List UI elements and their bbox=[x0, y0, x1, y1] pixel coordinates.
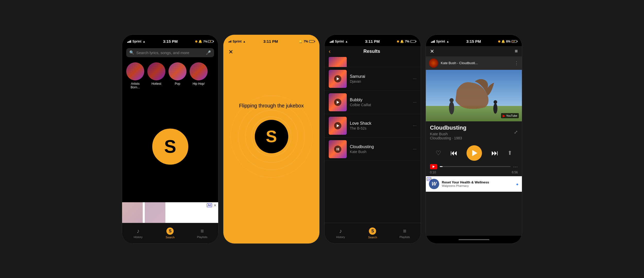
play-overlay-2 bbox=[334, 122, 341, 129]
screen3-status-bar: Sprint ▲ 3:11 PM 🔔 7% bbox=[325, 35, 421, 46]
bottom-nav-3: ♪ History S Search ≡ Playlists bbox=[325, 223, 421, 243]
menu-icon[interactable]: ≡ bbox=[515, 48, 518, 54]
result-more-0[interactable]: ··· bbox=[413, 76, 417, 81]
screen3-wifi-icon: ▲ bbox=[345, 40, 348, 43]
search-label-3: Search bbox=[368, 236, 377, 239]
result-item-0[interactable]: Samurai Djavan ··· bbox=[325, 67, 421, 91]
yt-text: YouTube bbox=[506, 114, 517, 117]
progress-fill bbox=[440, 166, 443, 167]
jukebox-close-btn[interactable]: ✕ bbox=[228, 49, 233, 55]
jukebox-text-container: Flipping through the jukebox bbox=[223, 103, 319, 109]
screen4-signal-bars bbox=[431, 40, 435, 43]
history-icon-3: ♪ bbox=[339, 228, 342, 234]
nav-playlists-3[interactable]: ≡ Playlists bbox=[389, 223, 421, 243]
expand-icon[interactable]: ⤢ bbox=[514, 129, 518, 135]
song-artist: Kate Bush bbox=[430, 132, 514, 136]
result-item-1[interactable]: Bubbly Colbie Caillat ··· bbox=[325, 91, 421, 114]
screen3-bell: 🔔 bbox=[400, 40, 404, 43]
soundhound-logo[interactable]: S bbox=[152, 129, 188, 165]
screen4-status-right: 🔔 6% ⚡ bbox=[498, 40, 517, 43]
nav-history-1[interactable]: ♪ History bbox=[122, 223, 154, 243]
screen3-time: 3:11 PM bbox=[365, 39, 380, 44]
ad-badge-2: Ad bbox=[427, 177, 431, 181]
screen3-content: ‹ Results Samurai Djavan ··· bbox=[325, 46, 421, 243]
share-button[interactable]: ⬆ bbox=[507, 150, 512, 156]
nav-playlists-1[interactable]: ≡ Playlists bbox=[186, 223, 218, 243]
result-more-2[interactable]: ··· bbox=[413, 123, 417, 128]
mini-more[interactable]: ⋮ bbox=[514, 60, 519, 66]
main-logo-area[interactable]: S bbox=[122, 91, 218, 202]
more-options-icon[interactable]: ⋯ bbox=[513, 164, 518, 170]
yt-play-icon bbox=[433, 165, 435, 168]
result-artist-0: Djavan bbox=[350, 79, 410, 83]
ad-image-left bbox=[122, 202, 143, 223]
signal-bars bbox=[127, 40, 131, 43]
svg-point-4 bbox=[493, 103, 497, 114]
category-hiphop[interactable]: Hip Hop/ bbox=[190, 62, 208, 89]
result-thumb-1 bbox=[329, 93, 347, 111]
play-triangle-2 bbox=[337, 124, 339, 127]
screen2-time: 3:11 PM bbox=[263, 39, 278, 44]
category-artists-born[interactable]: Artists Born... bbox=[126, 62, 144, 89]
s-icon: S bbox=[169, 229, 172, 233]
result-thumb-0 bbox=[329, 70, 347, 88]
result-artist-3: Kate Bush bbox=[350, 150, 410, 154]
skip-prev-button[interactable]: ⏮ bbox=[450, 149, 457, 157]
screen2-bell: 🔔 bbox=[299, 40, 303, 43]
nav-history-3[interactable]: ♪ History bbox=[325, 223, 357, 243]
category-label-1: Hottest bbox=[151, 82, 161, 86]
soundhound-center-logo[interactable]: S bbox=[255, 120, 288, 153]
screen4-orange-dot bbox=[498, 40, 500, 43]
song-info: Cloudbusting Kate Bush Cloudbusting · 19… bbox=[426, 121, 522, 142]
search-bar[interactable]: 🔍 Search lyrics, songs, and more 🎤 bbox=[126, 48, 214, 57]
category-pop[interactable]: Pop bbox=[168, 62, 187, 89]
screen2-status-bar: Sprint ▲ 3:11 PM 🔔 7% bbox=[223, 35, 319, 46]
walgreens-ad-banner[interactable]: Ad W Reset Your Health & Wellness Walgre… bbox=[426, 176, 522, 192]
play-pause-button[interactable] bbox=[467, 145, 482, 161]
heart-button[interactable]: ♡ bbox=[436, 149, 441, 157]
result-more-3[interactable]: ··· bbox=[413, 146, 417, 152]
skip-next-button[interactable]: ⏭ bbox=[491, 149, 498, 157]
svg-point-5 bbox=[494, 100, 497, 104]
remaining-space bbox=[426, 192, 522, 236]
soundhound-s-orange: S bbox=[266, 128, 277, 145]
categories-row: Artists Born... Hottest Pop Hip Hop/ bbox=[122, 60, 218, 91]
svg-point-2 bbox=[449, 102, 454, 114]
screen1-content: 🔍 Search lyrics, songs, and more 🎤 Artis… bbox=[122, 46, 218, 243]
wifi-icon: ▲ bbox=[143, 40, 146, 43]
result-info-3: Cloudbusting Kate Bush bbox=[350, 145, 410, 154]
pause-bar-2 bbox=[338, 148, 339, 150]
play-triangle-1 bbox=[337, 101, 339, 104]
result-item-3[interactable]: Cloudbusting Kate Bush ··· bbox=[325, 138, 421, 161]
screen1-phone: Sprint ▲ 3:15 PM 🔔 7% ⚡ 🔍 bbox=[122, 35, 218, 244]
time-row: 0:10 6:56 bbox=[426, 170, 522, 176]
screen4-battery-fill bbox=[512, 41, 512, 42]
ad-badge: Ad bbox=[207, 203, 212, 207]
progress-track[interactable] bbox=[440, 166, 511, 167]
mini-player-bar[interactable]: Kate Bush - Cloudbusti... ⋮ bbox=[426, 56, 522, 70]
ad-close-icon[interactable]: ✕ bbox=[214, 203, 217, 207]
screen4-status-left: Sprint ▲ bbox=[431, 40, 449, 43]
mic-icon[interactable]: 🎤 bbox=[206, 50, 211, 55]
battery-percent: 7% bbox=[203, 40, 207, 43]
result-title-3: Cloudbusting bbox=[350, 145, 410, 149]
category-hottest[interactable]: Hottest bbox=[147, 62, 165, 89]
youtube-logo: ▶ YouTube bbox=[501, 113, 519, 118]
playlists-icon-3: ≡ bbox=[403, 228, 406, 234]
battery-container: 7% ⚡ bbox=[203, 40, 213, 43]
result-item-2[interactable]: Love Shack The B-52s ··· bbox=[325, 114, 421, 138]
pause-bars-3 bbox=[337, 148, 339, 150]
nav-search-1[interactable]: S Search bbox=[154, 223, 186, 243]
now-playing-close[interactable]: ✕ bbox=[430, 48, 434, 54]
jukebox-content: ✕ S Flipping through the jukebox bbox=[223, 46, 319, 243]
nav-search-3[interactable]: S Search bbox=[357, 223, 388, 243]
result-more-1[interactable]: ··· bbox=[413, 99, 417, 105]
result-item-partial[interactable] bbox=[325, 57, 421, 67]
history-label: History bbox=[134, 235, 142, 239]
jukebox-message: Flipping through the jukebox bbox=[239, 103, 304, 108]
ad-text: Reset Your Health & Wellness Walgreens P… bbox=[442, 180, 513, 187]
back-button[interactable]: ‹ bbox=[329, 48, 331, 55]
search-icon: 🔍 bbox=[129, 50, 134, 55]
playlists-icon-1: ≡ bbox=[200, 228, 204, 234]
history-label-3: History bbox=[336, 235, 345, 239]
